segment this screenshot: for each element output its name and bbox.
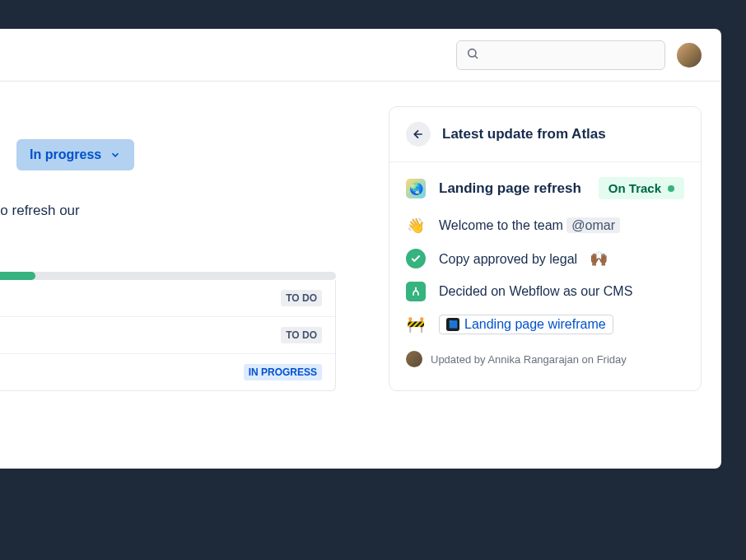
raised-hands-icon: 🙌🏾 [590, 250, 608, 267]
footer-text: Updated by Annika Rangarajan on Friday [431, 353, 627, 366]
panel-body: 🌏 Landing page refresh On Track 👋 Welcom… [389, 162, 701, 379]
track-label: On Track [608, 181, 661, 195]
mention[interactable]: @omar [566, 217, 620, 233]
track-status: On Track [599, 177, 684, 199]
breadcrumb: / BCL-19 [0, 106, 336, 124]
panel-header: Latest update from Atlas [389, 107, 701, 162]
project-row: 🌏 Landing page refresh On Track [406, 177, 684, 199]
check-icon [406, 249, 426, 268]
arrow-left-icon [412, 128, 425, 141]
author-avatar [406, 351, 422, 367]
status-dot-icon [668, 185, 674, 192]
update-text: Copy approved by legal 🙌🏾 [439, 250, 608, 268]
status-badge: TO DO [281, 290, 322, 306]
branch-icon [406, 282, 426, 301]
user-avatar[interactable] [677, 43, 702, 68]
status-badge: TO DO [281, 327, 322, 343]
status-dropdown[interactable]: In progress [16, 139, 134, 170]
update-row: 🚧 🟦 Landing page wireframe [406, 315, 684, 334]
search-wrap [456, 40, 665, 70]
update-text: Welcome to the team @omar [439, 218, 620, 233]
update-row: 👋 Welcome to the team @omar [406, 216, 684, 236]
description-line: note the new product [0, 222, 336, 243]
topbar [0, 29, 721, 82]
task-list: ot for hype video TO DO ated footer link… [0, 280, 336, 391]
panel-title: Latest update from Atlas [442, 126, 606, 142]
status-badge: IN PROGRESS [244, 364, 322, 380]
welcome-text: Welcome to the team [439, 218, 566, 232]
task-row[interactable]: ot for hype video TO DO [0, 280, 335, 317]
status-label: In progress [30, 147, 101, 162]
description-line: rd launch we will be need to refresh our [0, 200, 336, 222]
project-name: Landing page refresh [439, 180, 585, 197]
title-row: page refresh In progress [0, 139, 336, 170]
back-button[interactable] [406, 122, 431, 147]
project-icon: 🌏 [406, 179, 426, 198]
progress-bar [0, 272, 336, 280]
description: rd launch we will be need to refresh our… [0, 200, 336, 242]
chevron-down-icon [110, 149, 121, 161]
main-column: / BCL-19 page refresh In progress rd lau… [0, 106, 336, 391]
update-row: Copy approved by legal 🙌🏾 [406, 249, 684, 268]
update-row: Decided on Webflow as our CMS [406, 282, 684, 301]
svg-point-0 [469, 49, 476, 56]
figma-link[interactable]: 🟦 Landing page wireframe [439, 315, 613, 334]
wave-icon: 👋 [406, 216, 426, 236]
svg-line-1 [475, 56, 478, 58]
search-input[interactable] [456, 40, 665, 70]
legal-text: Copy approved by legal [439, 252, 577, 266]
search-icon [466, 47, 479, 63]
update-panel: Latest update from Atlas 🌏 Landing page … [389, 106, 702, 391]
progress-fill [0, 272, 35, 280]
panel-footer: Updated by Annika Rangarajan on Friday [406, 351, 684, 367]
content: / BCL-19 page refresh In progress rd lau… [0, 82, 721, 391]
task-row[interactable]: ated footer links TO DO [0, 317, 335, 354]
construction-icon: 🚧 [406, 315, 426, 334]
update-text: Decided on Webflow as our CMS [439, 284, 632, 299]
app-window: / BCL-19 page refresh In progress rd lau… [0, 29, 721, 469]
link-text: Landing page wireframe [464, 317, 606, 332]
figma-icon: 🟦 [446, 318, 459, 331]
task-row[interactable]: / for terms and conditions IN PROGRESS [0, 354, 335, 390]
